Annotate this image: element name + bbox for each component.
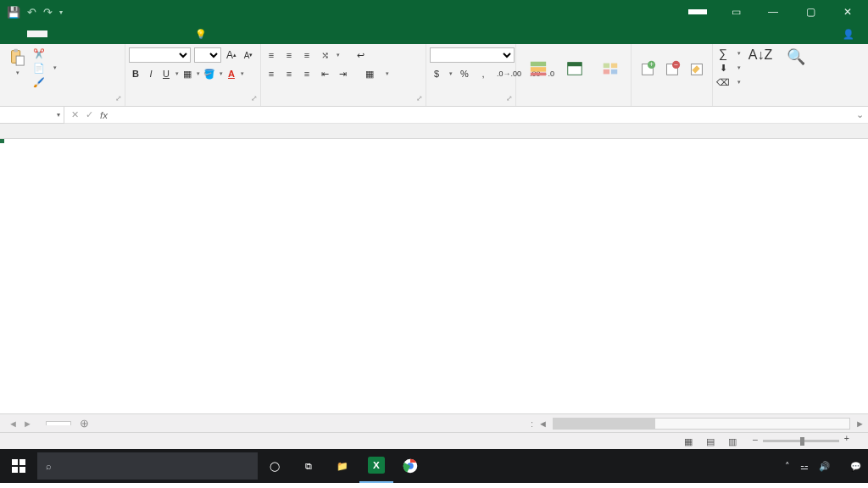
- font-color-button[interactable]: A: [225, 66, 238, 81]
- page-layout-view-icon[interactable]: ▤: [702, 435, 719, 448]
- tab-view[interactable]: [149, 30, 170, 37]
- conditional-formatting-button[interactable]: [520, 58, 556, 80]
- find-select-button[interactable]: 🔍: [780, 46, 812, 68]
- cancel-formula-icon[interactable]: ✕: [71, 109, 79, 120]
- file-explorer-icon[interactable]: 📁: [326, 449, 359, 483]
- tab-insert[interactable]: [47, 30, 68, 37]
- brush-icon: 🖌️: [32, 75, 46, 89]
- notifications-icon[interactable]: 💬: [850, 461, 861, 472]
- align-left-icon[interactable]: ≡: [264, 66, 278, 81]
- save-icon[interactable]: 💾: [7, 6, 20, 19]
- scroll-left-icon[interactable]: ◄: [535, 419, 551, 429]
- ribbon-options-icon[interactable]: ▭: [719, 6, 753, 18]
- sheet-tab[interactable]: [46, 421, 71, 425]
- redo-icon[interactable]: ↷: [43, 6, 53, 19]
- border-button[interactable]: ▦: [181, 66, 194, 81]
- font-name-select[interactable]: [129, 47, 191, 63]
- tab-nav-last-icon[interactable]: ►: [23, 419, 32, 429]
- underline-button[interactable]: U: [159, 66, 173, 81]
- tab-file[interactable]: [7, 30, 27, 37]
- svg-rect-11: [611, 69, 617, 75]
- bold-button[interactable]: B: [129, 66, 142, 81]
- increase-font-icon[interactable]: A▴: [225, 47, 238, 63]
- wifi-icon[interactable]: ⚍: [800, 461, 809, 471]
- chevron-down-icon[interactable]: ▾: [57, 111, 60, 119]
- format-painter-button[interactable]: 🖌️: [32, 75, 57, 89]
- font-size-select[interactable]: [194, 47, 221, 63]
- tab-formulas[interactable]: [88, 30, 108, 37]
- formula-bar[interactable]: [114, 108, 851, 123]
- italic-button[interactable]: I: [144, 66, 158, 81]
- copy-button[interactable]: 📄▾: [32, 61, 57, 75]
- start-button[interactable]: [0, 449, 37, 483]
- dialog-launcher-icon[interactable]: ⤢: [416, 94, 423, 103]
- tab-nav-first-icon[interactable]: ◄: [8, 419, 18, 429]
- new-sheet-button[interactable]: ⊕: [80, 417, 89, 430]
- dialog-launcher-icon[interactable]: ⤢: [251, 94, 258, 103]
- cut-button[interactable]: ✂️: [32, 47, 57, 60]
- tray-chevron-icon[interactable]: ˄: [785, 461, 790, 471]
- excel-taskbar-icon[interactable]: X: [359, 449, 393, 483]
- format-as-table-button[interactable]: [556, 58, 593, 80]
- table-icon: [565, 59, 584, 78]
- tell-me-search[interactable]: 💡: [195, 29, 212, 40]
- percent-icon[interactable]: %: [458, 66, 471, 81]
- svg-text:X: X: [373, 459, 380, 470]
- comma-icon[interactable]: ,: [476, 66, 490, 81]
- decrease-font-icon[interactable]: A▾: [242, 47, 255, 63]
- conditional-format-icon: [529, 59, 548, 78]
- page-break-view-icon[interactable]: ▥: [724, 435, 741, 448]
- fx-icon[interactable]: fx: [100, 110, 108, 120]
- number-format-select[interactable]: [430, 47, 515, 63]
- tab-page-layout[interactable]: [68, 30, 88, 37]
- insert-cells-button[interactable]: +: [635, 58, 659, 80]
- chrome-icon[interactable]: [393, 449, 427, 483]
- tab-home[interactable]: [27, 30, 47, 37]
- tab-help[interactable]: [170, 30, 190, 37]
- maximize-icon[interactable]: ▢: [793, 6, 827, 18]
- svg-rect-5: [530, 73, 545, 76]
- format-cells-button[interactable]: [684, 58, 709, 80]
- orientation-icon[interactable]: ⤭: [318, 47, 331, 63]
- delete-cells-button[interactable]: −: [659, 58, 684, 80]
- zoom-slider[interactable]: [763, 440, 839, 442]
- tab-data[interactable]: [108, 30, 129, 37]
- task-view-icon[interactable]: ⧉: [292, 449, 326, 483]
- dialog-launcher-icon[interactable]: ⤢: [115, 94, 122, 103]
- horizontal-scrollbar[interactable]: [553, 418, 850, 430]
- align-right-icon[interactable]: ≡: [300, 66, 314, 81]
- currency-icon[interactable]: $: [430, 66, 443, 81]
- formula-expand-icon[interactable]: ⌄: [851, 109, 868, 120]
- fill-icon: ⬇: [716, 61, 730, 75]
- qat-more-icon[interactable]: ▾: [59, 8, 63, 16]
- paste-button[interactable]: ▾: [3, 46, 31, 76]
- normal-view-icon[interactable]: ▦: [680, 435, 697, 448]
- name-box[interactable]: ▾: [0, 107, 64, 124]
- clear-button[interactable]: ⌫▾: [716, 75, 741, 89]
- close-icon[interactable]: ✕: [831, 6, 865, 18]
- dialog-launcher-icon[interactable]: ⤢: [506, 94, 513, 103]
- enter-formula-icon[interactable]: ✓: [86, 109, 93, 120]
- signin-button[interactable]: [688, 9, 707, 14]
- scroll-right-icon[interactable]: ►: [852, 419, 868, 429]
- align-bottom-icon[interactable]: ≡: [300, 47, 314, 63]
- minimize-icon[interactable]: —: [756, 6, 790, 18]
- cell-styles-button[interactable]: [593, 58, 627, 80]
- increase-indent-icon[interactable]: ⇥: [336, 66, 349, 81]
- fill-color-button[interactable]: 🪣: [202, 66, 217, 81]
- fill-button[interactable]: ⬇▾: [716, 61, 741, 75]
- autosum-button[interactable]: ∑▾: [716, 47, 741, 60]
- tab-review[interactable]: [129, 30, 149, 37]
- align-middle-icon[interactable]: ≡: [282, 47, 296, 63]
- insert-icon: +: [638, 59, 657, 78]
- search-icon: 🔍: [787, 47, 805, 66]
- taskbar-search[interactable]: ⌕: [37, 452, 258, 480]
- share-button[interactable]: 👤: [843, 29, 868, 40]
- cortana-icon[interactable]: ◯: [258, 449, 292, 483]
- decrease-indent-icon[interactable]: ⇤: [318, 66, 331, 81]
- volume-icon[interactable]: 🔊: [819, 461, 830, 472]
- align-center-icon[interactable]: ≡: [282, 66, 296, 81]
- sort-filter-button[interactable]: A↓Z: [744, 46, 776, 64]
- align-top-icon[interactable]: ≡: [264, 47, 278, 63]
- undo-icon[interactable]: ↶: [27, 6, 36, 19]
